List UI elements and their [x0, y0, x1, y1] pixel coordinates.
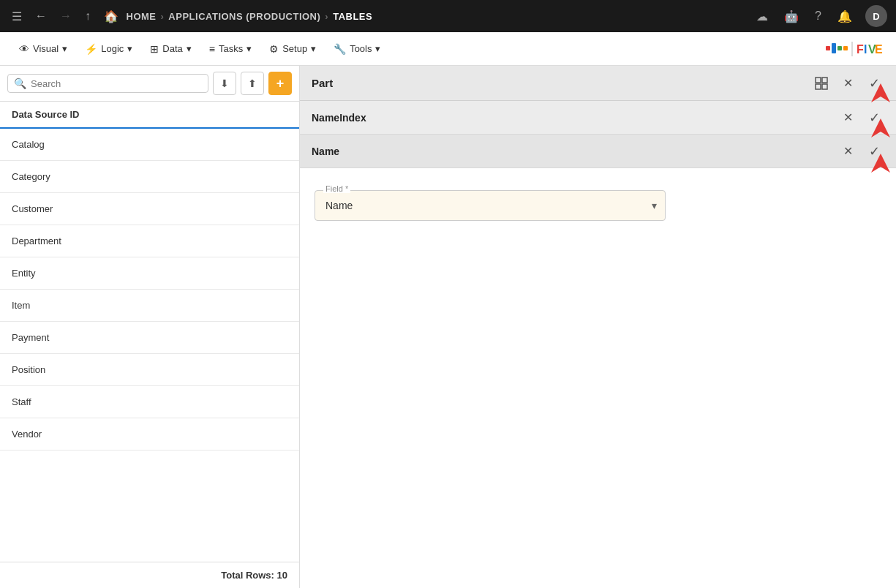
search-icon: 🔍: [14, 78, 26, 89]
right-panel: Part ✕ ✓ NameIndex ✕ ✓: [300, 66, 896, 588]
help-icon[interactable]: ?: [812, 7, 824, 26]
nav-visual[interactable]: 👁 Visual ▾: [12, 39, 75, 59]
tools-icon: 🔧: [334, 43, 346, 55]
breadcrumb-apps[interactable]: APPLICATIONS (PRODUCTION): [168, 11, 320, 22]
name-label: Name: [312, 146, 837, 157]
part-confirm-button[interactable]: ✓: [864, 73, 884, 94]
forward-icon[interactable]: →: [57, 7, 75, 26]
svg-rect-0: [826, 46, 830, 50]
sidebar-item-customer[interactable]: Customer: [0, 193, 299, 225]
grid-view-button[interactable]: [811, 73, 832, 94]
sidebar-item-vendor[interactable]: Vendor: [0, 418, 299, 451]
nav-setup[interactable]: ⚙ Setup ▾: [262, 39, 323, 59]
bell-icon[interactable]: 🔔: [835, 7, 855, 26]
data-icon: ⊞: [150, 43, 159, 55]
part-title: Part: [312, 77, 811, 89]
cloud-icon[interactable]: ☁: [753, 7, 771, 26]
home-icon: 🏠: [101, 7, 122, 26]
svg-rect-9: [816, 78, 821, 83]
setup-icon: ⚙: [269, 43, 279, 55]
svg-rect-10: [822, 78, 827, 83]
nav-tools[interactable]: 🔧 Tools ▾: [326, 39, 388, 59]
sidebar-header: Data Source ID: [0, 102, 299, 129]
tasks-icon: ≡: [209, 43, 215, 55]
download-icon-btn[interactable]: ⬇: [213, 72, 236, 95]
name-close-button[interactable]: ✕: [837, 141, 858, 162]
field-form: Field * Name ▾: [300, 168, 896, 588]
sidebar-item-staff[interactable]: Staff: [0, 386, 299, 418]
svg-text:E: E: [875, 43, 883, 56]
sidebar-footer: Total Rows: 10: [0, 562, 299, 588]
nav-logic[interactable]: ⚡ Logic ▾: [78, 39, 140, 59]
name-row: Name ✕ ✓: [300, 135, 896, 168]
nameindex-confirm-button[interactable]: ✓: [864, 108, 884, 128]
up-icon[interactable]: ↑: [82, 7, 94, 26]
five-logo: F I V E: [826, 40, 884, 58]
sidebar-item-position[interactable]: Position: [0, 354, 299, 386]
nameindex-row: NameIndex ✕ ✓: [300, 101, 896, 135]
sidebar-toolbar: 🔍 ⬇ ⬆ +: [0, 66, 299, 102]
nav-data[interactable]: ⊞ Data ▾: [143, 39, 198, 59]
field-select-wrapper: Field * Name ▾: [315, 190, 666, 221]
grid-icon: [815, 77, 828, 90]
svg-text:I: I: [864, 43, 867, 56]
field-select[interactable]: Name: [315, 190, 666, 221]
search-input[interactable]: [31, 78, 202, 89]
secondary-nav: 👁 Visual ▾ ⚡ Logic ▾ ⊞ Data ▾ ≡ Tasks ▾ …: [0, 32, 896, 66]
nav-tasks[interactable]: ≡ Tasks ▾: [202, 39, 259, 59]
breadcrumb-tables[interactable]: TABLES: [333, 11, 372, 22]
field-label: Field *: [323, 184, 350, 193]
sidebar-item-item[interactable]: Item: [0, 290, 299, 322]
search-box[interactable]: 🔍: [7, 74, 208, 93]
menu-icon[interactable]: ☰: [9, 7, 25, 26]
back-icon[interactable]: ←: [32, 7, 50, 26]
five-logo-svg: F I V E: [826, 40, 884, 58]
nameindex-actions: ✕ ✓: [837, 108, 884, 128]
part-header: Part ✕ ✓: [300, 66, 896, 101]
part-close-button[interactable]: ✕: [837, 73, 858, 94]
upload-icon-btn[interactable]: ⬆: [241, 72, 264, 95]
svg-rect-3: [843, 46, 848, 50]
svg-rect-12: [822, 84, 827, 89]
sidebar-item-payment[interactable]: Payment: [0, 322, 299, 354]
breadcrumb-home[interactable]: HOME: [127, 11, 157, 22]
name-confirm-button[interactable]: ✓: [864, 141, 884, 162]
nameindex-label: NameIndex: [312, 112, 837, 124]
sidebar-item-category[interactable]: Category: [0, 161, 299, 193]
sidebar-item-entity[interactable]: Entity: [0, 257, 299, 290]
svg-rect-1: [832, 43, 836, 53]
sidebar-item-catalog[interactable]: Catalog: [0, 129, 299, 161]
sidebar: 🔍 ⬇ ⬆ + Data Source ID Catalog Category …: [0, 66, 300, 588]
part-actions: ✕ ✓: [811, 73, 884, 94]
top-bar: ☰ ← → ↑ 🏠 HOME › APPLICATIONS (PRODUCTIO…: [0, 0, 896, 32]
avatar[interactable]: D: [865, 5, 887, 27]
bot-icon[interactable]: 🤖: [781, 7, 802, 26]
svg-rect-2: [837, 46, 842, 50]
sidebar-list: Catalog Category Customer Department Ent…: [0, 129, 299, 562]
sidebar-item-department[interactable]: Department: [0, 225, 299, 257]
nameindex-close-button[interactable]: ✕: [837, 108, 858, 128]
visual-icon: 👁: [19, 43, 29, 55]
svg-text:F: F: [857, 43, 864, 56]
add-button[interactable]: +: [268, 72, 292, 95]
name-actions: ✕ ✓: [837, 141, 884, 162]
breadcrumb: 🏠 HOME › APPLICATIONS (PRODUCTION) › TAB…: [101, 7, 372, 26]
logic-icon: ⚡: [85, 43, 97, 55]
svg-rect-11: [816, 84, 821, 89]
main-content: 🔍 ⬇ ⬆ + Data Source ID Catalog Category …: [0, 66, 896, 588]
